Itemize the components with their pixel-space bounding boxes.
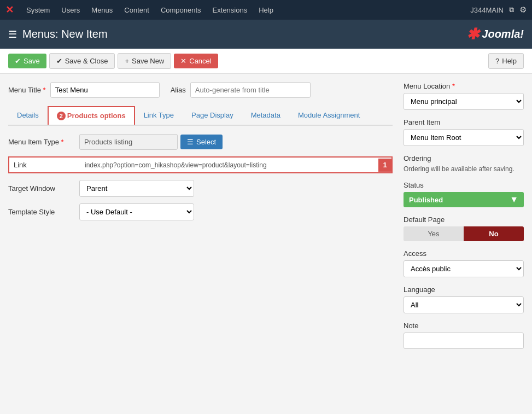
- ordering-label: Ordering: [404, 154, 524, 162]
- main-panel: Menu Title * Alias Details 2Products opt…: [8, 82, 393, 357]
- ordering-field: Ordering Ordering will be available afte…: [404, 154, 524, 173]
- cancel-icon: ✕: [180, 57, 186, 65]
- menu-location-field: Menu Location * Menu principal: [404, 82, 524, 110]
- save-icon: ✔: [15, 57, 21, 65]
- note-field: Note: [404, 322, 524, 349]
- title-required-star: *: [43, 86, 46, 94]
- joomla-branding: ✱ Joomla!: [466, 25, 524, 43]
- username[interactable]: J344MAIN: [470, 6, 504, 14]
- target-window-label: Target Window: [8, 184, 79, 193]
- default-page-label: Default Page: [404, 215, 524, 224]
- hamburger-icon[interactable]: ☰: [8, 28, 17, 40]
- language-select[interactable]: All: [404, 296, 524, 313]
- menu-title-row: Menu Title * Alias: [8, 82, 393, 98]
- template-style-select[interactable]: - Use Default -: [79, 203, 194, 220]
- save-close-button[interactable]: ✔ Save & Close: [49, 53, 115, 69]
- language-label: Language: [404, 285, 524, 294]
- link-input[interactable]: [80, 158, 378, 172]
- tab-products-options[interactable]: 2Products options: [48, 106, 135, 125]
- content-area: Menu Title * Alias Details 2Products opt…: [0, 74, 532, 365]
- alias-group: Alias: [171, 82, 311, 98]
- type-required-star: *: [61, 138, 64, 146]
- template-style-label: Template Style: [8, 208, 79, 216]
- tab-metadata[interactable]: Metadata: [242, 106, 289, 125]
- select-icon: ☰: [187, 138, 194, 146]
- nav-help[interactable]: Help: [254, 4, 278, 16]
- nav-menu: System Users Menus Content Components Ex…: [22, 4, 470, 16]
- link-row: Link 1: [8, 156, 393, 173]
- nav-extensions[interactable]: Extensions: [208, 4, 252, 16]
- page-header: ☰ Menus: New Item ✱ Joomla!: [0, 20, 532, 49]
- save-new-button[interactable]: + Save New: [118, 53, 171, 69]
- cancel-button[interactable]: ✕ Cancel: [174, 54, 218, 68]
- target-window-select[interactable]: Parent: [79, 180, 194, 197]
- tab-module-assignment[interactable]: Module Assignment: [289, 106, 369, 125]
- access-label: Access: [404, 249, 524, 258]
- header-left: ☰ Menus: New Item: [8, 28, 108, 40]
- menu-item-type-row: Menu Item Type * ☰ Select: [8, 134, 393, 150]
- tabs-bar: Details 2Products options Link Type Page…: [8, 106, 393, 126]
- status-field: Status Published ▼: [404, 181, 524, 207]
- page-title: Menus: New Item: [22, 28, 108, 40]
- link-badge: 1: [378, 159, 391, 172]
- toolbar: ✔ Save ✔ Save & Close + Save New ✕ Cance…: [0, 49, 532, 74]
- access-field: Access Accès public: [404, 249, 524, 277]
- select-button[interactable]: ☰ Select: [180, 135, 223, 149]
- status-dropdown-icon[interactable]: ▼: [510, 195, 518, 205]
- menu-title-group: Menu Title *: [8, 82, 160, 98]
- status-label: Status: [404, 181, 524, 189]
- target-window-row: Target Window Parent: [8, 180, 393, 197]
- status-published-bar[interactable]: Published ▼: [404, 192, 524, 207]
- side-panel: Menu Location * Menu principal Parent It…: [404, 82, 524, 357]
- top-right-area: J344MAIN ⧉ ⚙: [470, 5, 527, 15]
- no-button[interactable]: No: [464, 226, 524, 241]
- help-icon: ?: [495, 57, 499, 65]
- ordering-text: Ordering will be available after saving.: [404, 165, 524, 173]
- menu-item-type-input: [79, 134, 178, 150]
- nav-menus[interactable]: Menus: [87, 4, 117, 16]
- nav-components[interactable]: Components: [156, 4, 206, 16]
- joomla-logo-text: Joomla!: [482, 28, 524, 40]
- parent-item-field: Parent Item Menu Item Root: [404, 118, 524, 146]
- menu-location-select[interactable]: Menu principal: [404, 93, 524, 110]
- joomla-logo-icon[interactable]: ✕: [5, 4, 14, 16]
- alias-input[interactable]: [190, 82, 311, 98]
- template-style-row: Template Style - Use Default -: [8, 203, 393, 220]
- tab-page-display[interactable]: Page Display: [183, 106, 242, 125]
- note-input[interactable]: [404, 333, 524, 349]
- menu-location-label: Menu Location *: [404, 82, 524, 90]
- alias-label: Alias: [171, 86, 186, 94]
- nav-system[interactable]: System: [22, 4, 54, 16]
- menu-title-input[interactable]: [50, 82, 160, 98]
- tab-link-type[interactable]: Link Type: [135, 106, 183, 125]
- help-button[interactable]: ? Help: [488, 53, 524, 69]
- status-value: Published: [409, 196, 443, 204]
- save-close-icon: ✔: [56, 57, 62, 65]
- external-link-icon[interactable]: ⧉: [509, 5, 514, 14]
- menu-title-label: Menu Title *: [8, 86, 46, 94]
- menu-item-type-label: Menu Item Type *: [8, 138, 79, 146]
- settings-icon[interactable]: ⚙: [519, 5, 527, 15]
- save-new-icon: +: [125, 57, 129, 65]
- tab-badge: 2: [57, 112, 66, 120]
- location-required-star: *: [452, 82, 455, 90]
- yes-button[interactable]: Yes: [404, 226, 464, 241]
- yes-no-toggle: Yes No: [404, 226, 524, 241]
- top-navigation: ✕ System Users Menus Content Components …: [0, 0, 532, 20]
- tab-details[interactable]: Details: [8, 106, 48, 125]
- nav-content[interactable]: Content: [120, 4, 154, 16]
- save-button[interactable]: ✔ Save: [8, 54, 46, 68]
- default-page-field: Default Page Yes No: [404, 215, 524, 241]
- link-label: Link: [9, 158, 80, 172]
- nav-users[interactable]: Users: [57, 4, 84, 16]
- note-label: Note: [404, 322, 524, 330]
- parent-item-select[interactable]: Menu Item Root: [404, 129, 524, 146]
- access-select[interactable]: Accès public: [404, 260, 524, 277]
- language-field: Language All: [404, 285, 524, 313]
- parent-item-label: Parent Item: [404, 118, 524, 126]
